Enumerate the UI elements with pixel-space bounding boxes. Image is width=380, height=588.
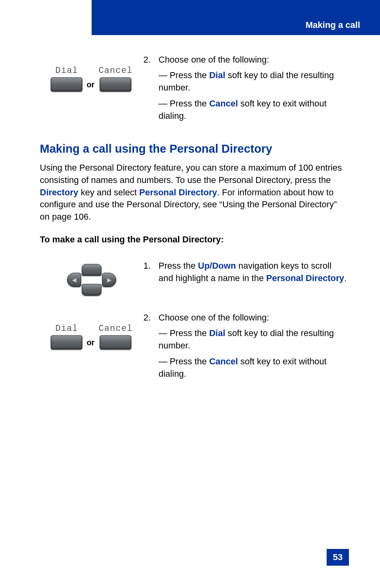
header-title: Making a call	[306, 20, 360, 30]
dial-soft-key-icon	[51, 335, 82, 350]
text: .	[344, 273, 347, 283]
step-2-bottom: Dial or Cancel 2. Choose one of the foll…	[40, 312, 348, 384]
step-1-text: 1. Press the Up/Down navigation keys to …	[143, 260, 348, 288]
step-1: ◀ ▶ 1. Press the Up/Down navigation keys…	[40, 260, 348, 296]
softkey-cluster: Dial or Cancel	[40, 312, 143, 350]
navigation-pad-icon: ◀ ▶	[64, 264, 119, 296]
text: — Press the	[159, 98, 209, 108]
dial-keyword: Dial	[209, 70, 225, 80]
personal-directory-keyword: Personal Directory	[266, 273, 344, 283]
cancel-keyword: Cancel	[209, 356, 238, 366]
nav-up-icon	[82, 264, 102, 276]
or-text: or	[86, 326, 94, 347]
text: Press the	[159, 261, 198, 271]
page-number: 53	[327, 549, 349, 566]
step-number: 2.	[143, 312, 153, 324]
directory-keyword: Directory	[40, 187, 78, 197]
or-text: or	[86, 68, 94, 89]
sub-item-cancel: — Press the Cancel soft key to exit with…	[159, 98, 348, 122]
step-2-bottom-text: 2. Choose one of the following: — Press …	[143, 312, 348, 384]
step-2-top-text: 2. Choose one of the following: — Press …	[143, 54, 348, 126]
cancel-soft-key-icon	[100, 77, 131, 92]
cancel-keyword: Cancel	[209, 98, 238, 108]
dial-soft-key-icon	[51, 77, 82, 92]
dial-label: Dial	[55, 324, 78, 334]
step-number: 2.	[143, 54, 153, 66]
page-content: Dial or Cancel 2. Choose one of the foll…	[40, 54, 348, 400]
step-intro: Choose one of the following:	[159, 54, 269, 66]
text: — Press the	[159, 70, 209, 80]
sub-item-cancel: — Press the Cancel soft key to exit with…	[159, 356, 348, 380]
navigation-cluster: ◀ ▶	[40, 260, 143, 296]
section-body: Using the Personal Directory feature, yo…	[40, 162, 348, 223]
section-heading: Making a call using the Personal Directo…	[40, 142, 348, 155]
dial-keyword: Dial	[209, 328, 225, 338]
text: key and select	[78, 187, 139, 197]
dial-softkey-group: Dial	[51, 324, 82, 350]
sub-item-dial: — Press the Dial soft key to dial the re…	[159, 69, 348, 94]
sub-item-dial: — Press the Dial soft key to dial the re…	[159, 327, 348, 352]
softkey-cluster: Dial or Cancel	[40, 54, 143, 92]
nav-left-icon: ◀	[67, 273, 81, 287]
updown-keyword: Up/Down	[198, 261, 236, 271]
procedure-heading: To make a call using the Personal Direct…	[40, 234, 348, 245]
text: — Press the	[159, 356, 209, 366]
cancel-softkey-group: Cancel	[98, 324, 132, 350]
header-bar: Making a call	[92, 0, 380, 35]
text: Using the Personal Directory feature, yo…	[40, 163, 342, 185]
cancel-soft-key-icon	[100, 335, 131, 350]
dial-softkey-group: Dial	[51, 66, 82, 92]
text: — Press the	[159, 328, 209, 338]
personal-directory-keyword: Personal Directory	[139, 187, 217, 197]
nav-right-icon: ▶	[102, 273, 116, 287]
dial-label: Dial	[55, 66, 78, 76]
step-2-top: Dial or Cancel 2. Choose one of the foll…	[40, 54, 348, 126]
cancel-label: Cancel	[98, 66, 132, 76]
step-intro: Choose one of the following:	[159, 312, 269, 324]
step-number: 1.	[143, 260, 153, 285]
cancel-softkey-group: Cancel	[98, 66, 132, 92]
nav-down-icon	[82, 284, 102, 296]
cancel-label: Cancel	[98, 324, 132, 334]
step-body: Press the Up/Down navigation keys to scr…	[159, 260, 348, 285]
